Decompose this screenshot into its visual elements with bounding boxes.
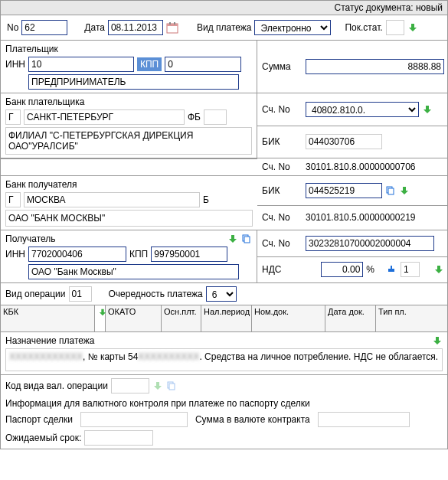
amount-label: Сумма	[262, 61, 304, 72]
thumb-icon[interactable]	[387, 264, 397, 275]
arrow-down-icon[interactable]	[422, 104, 433, 115]
payee-bik-label: БИК	[262, 185, 304, 196]
nds-code-input[interactable]	[401, 262, 420, 277]
date-label: Дата	[84, 22, 105, 33]
redacted-text: XXXXXXXXXX	[138, 351, 199, 362]
amount-block: Сумма	[257, 41, 448, 93]
pok-stat-label: Пок.стат.	[345, 22, 382, 33]
pok-stat-input[interactable]	[386, 20, 404, 35]
svg-rect-9	[169, 384, 175, 390]
payer-name-input[interactable]	[28, 74, 239, 90]
op-row: Вид операции Очередность платежа 6	[1, 283, 448, 305]
th-type: Тип пл.	[376, 305, 447, 331]
payee-inn-input[interactable]	[28, 247, 126, 262]
op-type-input[interactable]	[69, 286, 92, 302]
payee-bank-title: Банк получателя	[5, 179, 253, 190]
copy-icon[interactable]	[385, 185, 396, 196]
arrow-down-icon[interactable]	[433, 264, 444, 275]
th-osn: Осн.плт.	[162, 305, 201, 331]
b-label: Б	[203, 194, 209, 205]
payee-acc-input[interactable]	[306, 236, 434, 251]
payer-city-input[interactable]	[24, 109, 185, 125]
payee-bik-input[interactable]	[306, 183, 382, 198]
purpose-mid: , № карты 54	[83, 351, 138, 362]
th-okato: ОКАТО	[106, 305, 162, 331]
header-row: No Дата Вид платежа Электронно Пок.стат.	[1, 15, 447, 41]
currency-code-label: Код вида вал. операции	[5, 380, 108, 391]
payee-city-prefix[interactable]	[5, 192, 21, 207]
date-input[interactable]	[108, 20, 163, 35]
payee-block: Получатель ИНН КПП	[1, 230, 257, 283]
payee-name-input[interactable]	[28, 264, 239, 279]
arrow-down-icon[interactable]	[407, 22, 418, 33]
payee-city-input[interactable]	[24, 192, 200, 207]
payee-bik-block: БИК	[257, 176, 448, 206]
payee-acc-block: Сч. No	[257, 230, 448, 257]
nds-percent-input[interactable]	[321, 262, 363, 277]
expected-input[interactable]	[84, 430, 153, 446]
payer-inn-input[interactable]	[28, 57, 134, 72]
arrow-down-icon[interactable]	[432, 335, 443, 346]
payer-inn-label: ИНН	[5, 59, 25, 70]
th-kbk: КБК	[1, 305, 95, 331]
payment-type-select[interactable]: Электронно	[254, 20, 331, 35]
op-type-label: Вид операции	[5, 289, 66, 299]
priority-select[interactable]: 6	[206, 286, 237, 302]
payer-bank-acc-block: Сч. No 30101.810.8.00000000706	[257, 158, 448, 176]
purpose-label: Назначение платежа	[5, 335, 95, 346]
payer-kpp-label: КПП	[137, 57, 162, 71]
payer-acc-select[interactable]: 40802.810.0.	[306, 102, 419, 117]
payer-bank-name: ФИЛИАЛ "С-ПЕТЕРБУРГСКАЯ ДИРЕКЦИЯ ОАО"УРА…	[5, 127, 252, 155]
copy-icon[interactable]	[241, 233, 252, 244]
status-bar: Статус документа: новый	[1, 1, 447, 15]
passport-label: Паспорт сделки	[5, 414, 73, 425]
payee-bank-acc-value: 30101.810.5.00000000219	[306, 212, 444, 223]
payee-kpp-input[interactable]	[151, 247, 227, 262]
payee-bank-name: ОАО "БАНК МОСКВЫ"	[5, 210, 253, 227]
tax-table-header: КБК ОКАТО Осн.плт. Нал.период Ном.док. Д…	[1, 305, 447, 332]
payee-bank-block: Банк получателя Б ОАО "БАНК МОСКВЫ"	[1, 176, 257, 230]
payer-block: Плательщик ИНН КПП	[1, 41, 257, 93]
redacted-text: XXXXXXXXXXXX	[9, 351, 83, 362]
payer-title: Плательщик	[5, 44, 252, 54]
amount-input[interactable]	[306, 59, 444, 74]
payer-bik-label: БИК	[262, 136, 304, 147]
arrow-down-icon[interactable]	[227, 233, 238, 244]
no-label: No	[7, 22, 18, 33]
calendar-icon[interactable]	[166, 21, 178, 34]
nds-block: НДС %	[257, 257, 448, 284]
payer-city-prefix[interactable]	[5, 109, 21, 125]
no-input[interactable]	[21, 20, 67, 35]
payee-bank-acc-label: Сч. No	[262, 212, 304, 223]
th-period: Нал.период	[201, 305, 252, 331]
payer-kpp-input[interactable]	[165, 57, 241, 72]
purpose-block: Назначение платежа XXXXXXXXXXXX, № карты…	[1, 332, 447, 375]
svg-rect-5	[388, 188, 394, 194]
payee-bank-acc-block: Сч. No 30101.810.5.00000000219	[257, 206, 448, 231]
svg-rect-1	[167, 24, 178, 26]
priority-label: Очередность платежа	[109, 289, 203, 299]
payee-kpp-label: КПП	[129, 249, 148, 260]
nds-label: НДС	[262, 264, 304, 275]
payer-acc-label: Сч. No	[262, 104, 304, 115]
copy-icon[interactable]	[166, 380, 177, 391]
payer-acc-block: Сч. No 40802.810.0.	[257, 93, 448, 126]
currency-code-input[interactable]	[111, 378, 149, 393]
currency-block: Код вида вал. операции Информация для ва…	[1, 375, 447, 449]
purpose-text[interactable]: XXXXXXXXXXXX, № карты 54XXXXXXXXXX. Сред…	[5, 348, 443, 371]
arrow-down-icon[interactable]	[152, 380, 163, 391]
spacer-left-1	[1, 158, 257, 176]
expected-label: Ожидаемый срок:	[5, 433, 81, 443]
th-arrow[interactable]	[95, 305, 106, 331]
th-datedok: Дата док.	[325, 305, 376, 331]
svg-rect-2	[169, 22, 171, 24]
percent-sign: %	[366, 264, 374, 275]
payee-acc-label: Сч. No	[262, 238, 304, 249]
th-nomdok: Ном.док.	[252, 305, 325, 331]
contract-sum-input[interactable]	[318, 412, 410, 427]
passport-input[interactable]	[80, 412, 188, 427]
svg-rect-7	[244, 237, 250, 243]
fb-input[interactable]	[204, 109, 227, 125]
payer-bik-block: БИК	[257, 126, 448, 159]
arrow-down-icon[interactable]	[399, 185, 410, 196]
